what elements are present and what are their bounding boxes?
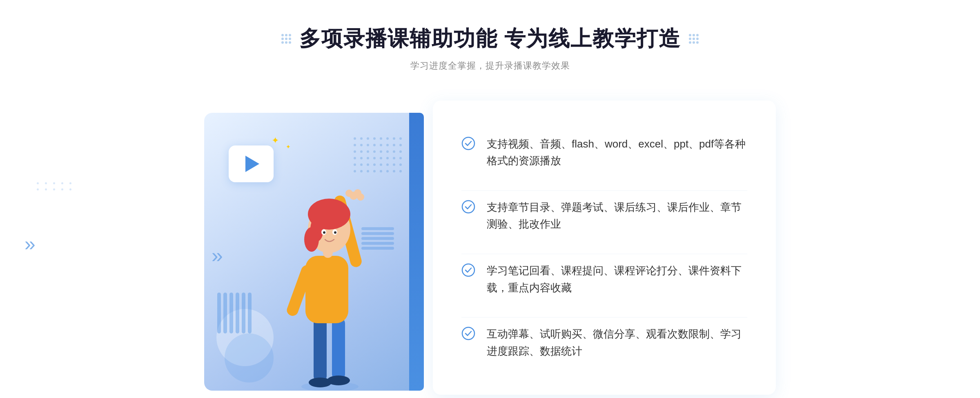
title-dots-right: [689, 34, 699, 44]
svg-rect-5: [305, 256, 348, 323]
feature-item-2: 支持章节目录、弹题考试、课后练习、课后作业、章节测验、批改作业: [461, 190, 747, 241]
svg-point-19: [357, 193, 364, 201]
illustration-panel: ✦ ✦: [204, 113, 416, 391]
feature-text-3: 学习笔记回看、课程提问、课程评论打分、课件资料下载，重点内容收藏: [487, 262, 747, 296]
feature-item-3: 学习笔记回看、课程提问、课程评论打分、课件资料下载，重点内容收藏: [461, 254, 747, 304]
svg-point-15: [323, 231, 325, 234]
circle-blue-ll: [225, 333, 274, 382]
nav-arrow-left[interactable]: »: [24, 233, 36, 255]
svg-point-12: [304, 227, 319, 252]
svg-point-24: [462, 327, 474, 340]
stripe-bars-left: [217, 293, 252, 333]
content-row: ✦ ✦: [0, 92, 980, 395]
check-icon-1: [461, 136, 475, 150]
main-content-wrapper: »: [0, 92, 980, 395]
bg-dots-left: [37, 182, 74, 190]
feature-item-1: 支持视频、音频、flash、word、excel、ppt、pdf等各种格式的资源…: [461, 127, 747, 178]
features-panel: 支持视频、音频、flash、word、excel、ppt、pdf等各种格式的资源…: [433, 101, 776, 395]
accent-bar: [409, 113, 424, 391]
svg-rect-2: [332, 317, 345, 380]
subtitle: 学习进度全掌握，提升录播课教学效果: [410, 60, 570, 72]
check-icon-2: [461, 200, 475, 214]
main-title: 多项录播课辅助功能 专为线上教学打造: [299, 25, 681, 53]
svg-point-16: [334, 231, 336, 234]
chevron-deco: »: [212, 244, 223, 267]
page-container: 多项录播课辅助功能 专为线上教学打造 学习进度全掌握，提升录播课教学效果 »: [0, 0, 980, 395]
svg-rect-1: [314, 317, 327, 382]
feature-item-4: 互动弹幕、试听购买、微信分享、观看次数限制、学习进度跟踪、数据统计: [461, 317, 747, 368]
sparkle-1: ✦: [272, 135, 279, 146]
title-dots-left: [281, 34, 291, 44]
check-icon-4: [461, 326, 475, 340]
svg-point-22: [462, 201, 474, 213]
person-illustration: [265, 154, 395, 391]
play-icon: [245, 156, 259, 172]
feature-text-2: 支持章节目录、弹题考试、课后练习、课后作业、章节测验、批改作业: [487, 199, 747, 233]
feature-text-4: 互动弹幕、试听购买、微信分享、观看次数限制、学习进度跟踪、数据统计: [487, 326, 747, 360]
svg-point-23: [462, 264, 474, 276]
svg-point-21: [462, 137, 474, 150]
content-area: ✦ ✦: [204, 101, 776, 395]
svg-point-20: [345, 190, 353, 197]
svg-point-4: [327, 376, 350, 385]
feature-text-1: 支持视频、音频、flash、word、excel、ppt、pdf等各种格式的资源…: [487, 136, 747, 170]
check-icon-3: [461, 263, 475, 277]
title-row: 多项录播课辅助功能 专为线上教学打造: [281, 25, 699, 53]
header-section: 多项录播课辅助功能 专为线上教学打造 学习进度全掌握，提升录播课教学效果: [0, 25, 980, 72]
sparkle-2: ✦: [286, 143, 291, 150]
